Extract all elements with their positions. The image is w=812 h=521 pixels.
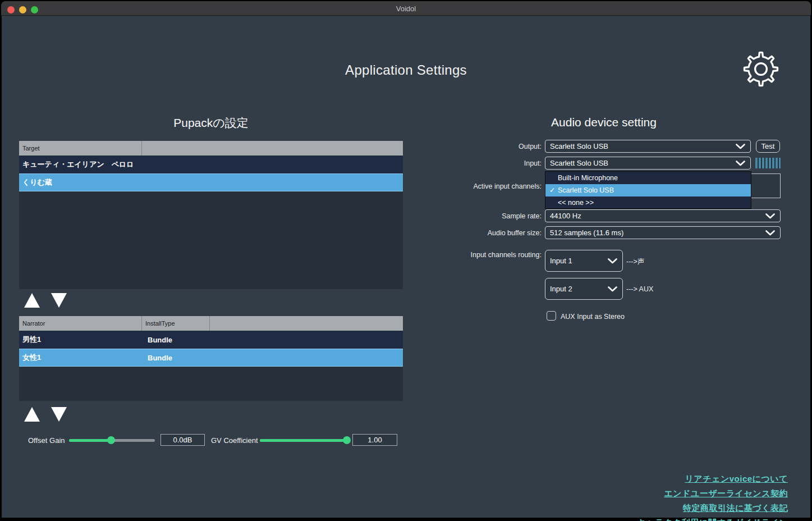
input-level-meter — [755, 158, 781, 168]
chevron-down-icon — [608, 258, 617, 264]
slider-thumb[interactable] — [343, 436, 351, 444]
routing-input2-value: Input 2 — [545, 285, 608, 293]
input-device-select[interactable]: Scarlett Solo USB — [545, 157, 751, 170]
voidol-window: Voidol Application Settings Pupackの設定 Ta… — [0, 0, 812, 521]
routing-input1-destination: --->声 — [626, 257, 644, 267]
menu-item-none[interactable]: << none >> — [545, 196, 751, 209]
target-table-header[interactable]: Target — [19, 141, 403, 156]
narrator-cell: 男性1 — [19, 335, 142, 345]
narrator-column-header[interactable]: Narrator — [19, 316, 142, 331]
offset-gain-label: Offset Gain — [28, 436, 65, 445]
gv-coefficient-value[interactable]: 1.00 — [352, 434, 397, 446]
window-title: Voidol — [1, 4, 811, 13]
input-device-value: Scarlett Solo USB — [545, 159, 736, 167]
footer-links: リアチェンvoiceについて エンドユーザーライセンス契約 特定商取引法に基づく… — [637, 474, 788, 521]
target-column-header[interactable]: Target — [19, 141, 142, 156]
sample-rate-value: 44100 Hz — [545, 212, 765, 220]
input-label: Input: — [427, 159, 542, 167]
audio-buffer-size-value: 512 samples (11.6 ms) — [545, 228, 765, 237]
narrator-table-header[interactable]: Narrator InstallType — [19, 316, 403, 331]
audio-device-heading: Audio device setting — [427, 116, 781, 129]
title-bar: Voidol — [1, 1, 811, 16]
installtype-column-header[interactable]: InstallType — [142, 316, 210, 331]
installtype-cell: Bundle — [142, 336, 172, 344]
target-table: Target キューティ・エイリアン ペロロ くりむ蔵 — [19, 141, 403, 289]
narrator-table: Narrator InstallType 男性1 Bundle 女性1 Bund… — [19, 316, 403, 401]
test-button[interactable]: Test — [756, 140, 780, 153]
table-row-selected[interactable]: くりむ蔵 — [19, 173, 403, 191]
narrator-cell: 女性1 — [19, 353, 142, 363]
link-about-voice[interactable]: リアチェンvoiceについて — [637, 474, 788, 485]
sample-rate-select[interactable]: 44100 Hz — [545, 209, 781, 222]
empty-column-header[interactable] — [210, 316, 403, 331]
move-down-button[interactable] — [51, 293, 67, 308]
input-device-menu: Built-in Microphone ✓ Scarlett Solo USB … — [545, 171, 751, 209]
menu-item-label: Scarlett Solo USB — [558, 186, 614, 194]
chevron-down-icon — [736, 144, 745, 149]
slider-fill — [69, 439, 111, 442]
output-device-select[interactable]: Scarlett Solo USB — [545, 140, 751, 153]
output-label: Output: — [427, 143, 542, 150]
routing-input2-select[interactable]: Input 2 — [545, 278, 623, 300]
routing-input1-select[interactable]: Input 1 — [545, 250, 623, 272]
active-input-channels-label: Active input channels: — [427, 182, 542, 190]
input-channels-routing-label: Input channels routing: — [427, 251, 542, 259]
offset-gain-slider[interactable] — [69, 436, 155, 444]
link-character-guidelines[interactable]: キャラクタ利用に関するガイドライン — [637, 518, 788, 521]
audio-buffer-size-label: Audio buffer size: — [427, 229, 542, 237]
move-up-button[interactable] — [24, 407, 40, 422]
offset-gain-value[interactable]: 0.0dB — [160, 434, 205, 446]
link-commerce-law[interactable]: 特定商取引法に基づく表記 — [637, 503, 788, 514]
routing-input2-destination: ---> AUX — [626, 285, 653, 293]
routing-input1-value: Input 1 — [545, 257, 608, 265]
audio-buffer-size-select[interactable]: 512 samples (11.6 ms) — [545, 226, 781, 239]
table-row[interactable]: キューティ・エイリアン ペロロ — [19, 156, 403, 173]
chevron-down-icon — [765, 213, 775, 219]
target-cell: キューティ・エイリアン ペロロ — [19, 159, 134, 170]
installtype-cell: Bundle — [142, 354, 172, 362]
move-down-button[interactable] — [51, 407, 67, 422]
chevron-down-icon — [608, 286, 617, 292]
gv-coefficient-slider[interactable] — [260, 436, 350, 444]
sample-rate-label: Sample rate: — [427, 212, 542, 220]
menu-item-builtin-microphone[interactable]: Built-in Microphone — [545, 172, 751, 184]
gv-coefficient-label: GV Coefficient — [211, 436, 258, 445]
checkmark-icon: ✓ — [549, 184, 555, 196]
pupack-settings-heading: Pupackの設定 — [19, 115, 403, 131]
aux-input-stereo-label: AUX Input as Stereo — [561, 313, 625, 321]
chevron-down-icon — [765, 230, 775, 236]
slider-thumb[interactable] — [107, 436, 115, 444]
move-up-button[interactable] — [24, 293, 40, 308]
target-cell: くりむ蔵 — [19, 177, 52, 188]
menu-item-label: Built-in Microphone — [558, 174, 618, 182]
link-eula[interactable]: エンドユーザーライセンス契約 — [637, 488, 788, 499]
aux-input-stereo-checkbox[interactable] — [547, 311, 556, 321]
settings-page: Application Settings Pupackの設定 Target キュ… — [2, 16, 810, 518]
gear-icon[interactable] — [740, 48, 782, 90]
empty-column-header[interactable] — [142, 141, 403, 156]
slider-fill — [260, 439, 347, 442]
output-device-value: Scarlett Solo USB — [545, 142, 736, 150]
chevron-down-icon — [736, 161, 745, 166]
page-title: Application Settings — [2, 62, 810, 78]
menu-item-label: << none >> — [558, 199, 594, 207]
menu-item-scarlett-solo-usb[interactable]: ✓ Scarlett Solo USB — [545, 184, 751, 196]
table-row[interactable]: 男性1 Bundle — [19, 331, 403, 349]
table-row-selected[interactable]: 女性1 Bundle — [19, 349, 403, 367]
